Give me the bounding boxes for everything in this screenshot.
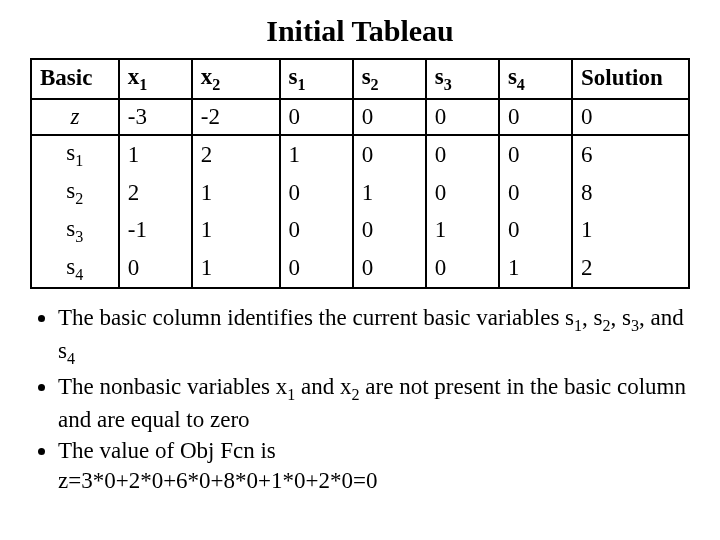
cell-basic: s1 bbox=[31, 135, 119, 174]
cell: 0 bbox=[426, 250, 499, 289]
table-row: s1 1 2 1 0 0 0 6 bbox=[31, 135, 689, 174]
cell-solution: 2 bbox=[572, 250, 689, 289]
cell: 1 bbox=[192, 212, 280, 250]
cell: 0 bbox=[499, 212, 572, 250]
cell-basic: z bbox=[31, 99, 119, 136]
cell: 1 bbox=[192, 250, 280, 289]
cell-basic: s4 bbox=[31, 250, 119, 289]
page-title: Initial Tableau bbox=[30, 14, 690, 48]
cell: 0 bbox=[280, 174, 353, 212]
table-row: s4 0 1 0 0 0 1 2 bbox=[31, 250, 689, 289]
cell: 0 bbox=[353, 212, 426, 250]
cell: 0 bbox=[499, 135, 572, 174]
cell: 0 bbox=[426, 99, 499, 136]
cell: -2 bbox=[192, 99, 280, 136]
cell-basic: s2 bbox=[31, 174, 119, 212]
table-header-row: Basic x1 x2 s1 s2 s3 s4 Solution bbox=[31, 59, 689, 99]
objective-formula: z=3*0+2*0+6*0+8*0+1*0+2*0=0 bbox=[58, 468, 690, 494]
cell: 1 bbox=[192, 174, 280, 212]
cell: 1 bbox=[499, 250, 572, 289]
cell: 1 bbox=[353, 174, 426, 212]
cell: 0 bbox=[280, 250, 353, 289]
cell-solution: 1 bbox=[572, 212, 689, 250]
cell: 1 bbox=[280, 135, 353, 174]
col-x2: x2 bbox=[192, 59, 280, 99]
cell: 0 bbox=[353, 250, 426, 289]
cell-basic: s3 bbox=[31, 212, 119, 250]
cell: 0 bbox=[426, 135, 499, 174]
cell: 1 bbox=[426, 212, 499, 250]
cell-solution: 0 bbox=[572, 99, 689, 136]
col-solution: Solution bbox=[572, 59, 689, 99]
col-basic: Basic bbox=[31, 59, 119, 99]
cell: 2 bbox=[119, 174, 192, 212]
table-row: s2 2 1 0 1 0 0 8 bbox=[31, 174, 689, 212]
cell: 0 bbox=[426, 174, 499, 212]
col-s1: s1 bbox=[280, 59, 353, 99]
cell: -1 bbox=[119, 212, 192, 250]
simplex-tableau: Basic x1 x2 s1 s2 s3 s4 Solution z -3 -2… bbox=[30, 58, 690, 289]
cell: 0 bbox=[499, 174, 572, 212]
cell: 0 bbox=[280, 99, 353, 136]
col-s4: s4 bbox=[499, 59, 572, 99]
cell: 0 bbox=[353, 135, 426, 174]
cell: -3 bbox=[119, 99, 192, 136]
cell-solution: 6 bbox=[572, 135, 689, 174]
bullet-item: The value of Obj Fcn is bbox=[58, 436, 690, 465]
cell: 0 bbox=[499, 99, 572, 136]
table-row: s3 -1 1 0 0 1 0 1 bbox=[31, 212, 689, 250]
table-row: z -3 -2 0 0 0 0 0 bbox=[31, 99, 689, 136]
col-x1: x1 bbox=[119, 59, 192, 99]
bullet-item: The basic column identifies the current … bbox=[58, 303, 690, 369]
bullet-item: The nonbasic variables x1 and x2 are not… bbox=[58, 372, 690, 435]
cell: 0 bbox=[119, 250, 192, 289]
bullet-list: The basic column identifies the current … bbox=[30, 303, 690, 465]
cell: 0 bbox=[353, 99, 426, 136]
col-s3: s3 bbox=[426, 59, 499, 99]
cell: 1 bbox=[119, 135, 192, 174]
cell: 0 bbox=[280, 212, 353, 250]
cell-solution: 8 bbox=[572, 174, 689, 212]
col-s2: s2 bbox=[353, 59, 426, 99]
cell: 2 bbox=[192, 135, 280, 174]
